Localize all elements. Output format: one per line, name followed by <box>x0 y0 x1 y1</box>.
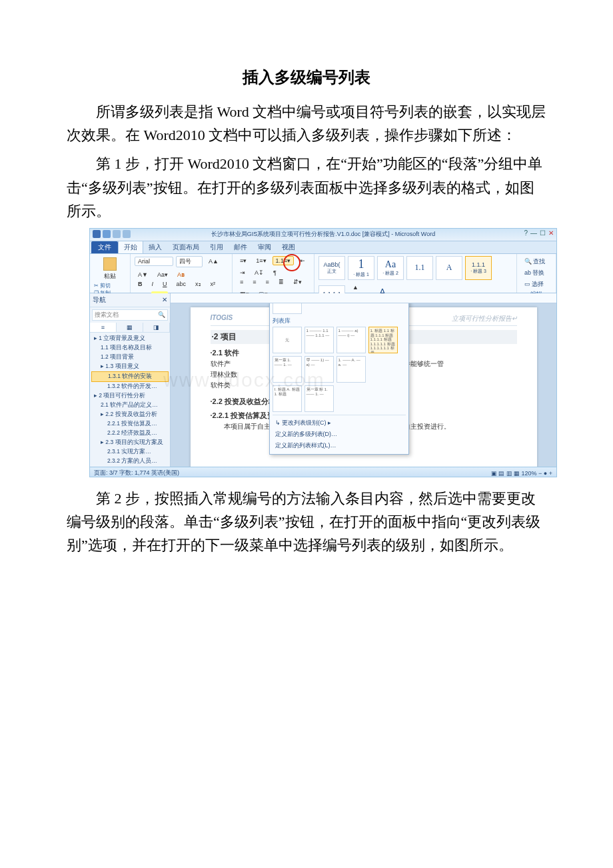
gallery-thumb-none[interactable]: 无 <box>273 327 302 353</box>
maximize-icon[interactable]: ☐ <box>540 229 546 237</box>
clear-format-icon[interactable]: Aʙ <box>174 270 188 279</box>
nav-tab-headings[interactable]: ≡ <box>90 323 117 332</box>
style-thumb[interactable]: 1· 标题 1 <box>348 256 374 280</box>
nav-tab-pages[interactable]: ▦ <box>117 323 143 332</box>
sup-button[interactable]: x² <box>207 279 219 289</box>
line-spacing-icon[interactable]: ⇵▾ <box>290 277 305 287</box>
cut-button[interactable]: ✂ 剪切 <box>94 282 126 289</box>
nav-close-icon[interactable]: ✕ <box>162 296 167 303</box>
align-left-icon[interactable]: ≡ <box>237 277 247 287</box>
nav-outline-item[interactable]: 1.3.1 软件的安装 <box>91 371 169 382</box>
navigation-pane: 导航 ✕ 搜索文档🔍 ≡ ▦ ◨ ▸ 1 立项背景及意义 1.1 项目名称及目标… <box>90 293 171 467</box>
minimize-icon[interactable]: — <box>530 229 537 237</box>
italic-button[interactable]: I <box>149 279 157 289</box>
nav-outline-item[interactable]: 1.3.2 软件的开发… <box>91 382 169 391</box>
ribbon-tab-layout[interactable]: 页面布局 <box>167 241 205 253</box>
bold-button[interactable]: B <box>135 279 146 289</box>
nav-tab-results[interactable]: ◨ <box>143 323 170 332</box>
file-tab[interactable]: 文件 <box>91 241 118 253</box>
window-titlebar: 长沙市林业局GIS系统项目立项可行性分析报告.V1.0.doc [兼容模式] -… <box>90 229 556 241</box>
document-page[interactable]: ITOGIS 立项可行性分析报告↵ ·2 项目 ·2.1 软件 软件产克〕是展示… <box>191 307 537 467</box>
nav-outline-item[interactable]: 2.3.1 实现方案… <box>91 447 169 457</box>
gallery-thumb-current[interactable]: 1 标题 1.1 标题 1.1.1 标题 <box>273 303 302 314</box>
change-case-icon[interactable]: Aa▾ <box>154 270 171 279</box>
decrease-indent-icon[interactable]: ⇤ <box>297 256 308 265</box>
show-marks-icon[interactable]: ¶ <box>270 268 280 277</box>
ribbon-tab-mail[interactable]: 邮件 <box>229 241 253 253</box>
word-app-icon[interactable] <box>93 230 101 238</box>
gallery-thumb[interactable]: 1 ——— a) —— i) — <box>336 327 366 353</box>
ribbon-tab-ref[interactable]: 引用 <box>205 241 229 253</box>
nav-outline-item[interactable]: 2.2.2 经济效益及… <box>91 429 169 438</box>
save-icon[interactable] <box>103 230 111 238</box>
style-thumb[interactable]: 1.1 <box>406 256 433 280</box>
styles-scroll-icon[interactable]: ▲ <box>349 283 362 292</box>
ribbon-tab-home[interactable]: 开始 <box>118 241 143 253</box>
doc-header-right: 立项可行性分析报告↵ <box>452 314 517 323</box>
bullets-button[interactable]: ≡▾ <box>237 256 250 265</box>
help-icon[interactable]: ? <box>524 229 528 237</box>
strike-button[interactable]: abc <box>173 279 190 289</box>
nav-outline-list[interactable]: ▸ 1 立项背景及意义 1.1 项目名称及目标 1.2 项目背景▸ 1.3 项目… <box>90 333 170 467</box>
align-right-icon[interactable]: ≡ <box>263 277 273 287</box>
nav-outline-item[interactable]: ▸ 2.2 投资及收益分析 <box>91 410 169 419</box>
gallery-thumb[interactable]: 第一章 1. —— 1. — <box>273 356 302 383</box>
style-thumb[interactable]: AaBb(正文 <box>318 256 345 280</box>
sort-icon[interactable]: A↧ <box>251 268 267 277</box>
search-icon: 🔍 <box>158 311 165 318</box>
style-thumb[interactable]: A <box>436 256 462 280</box>
gallery-thumb[interactable]: I. 标题 A. 标题 1. 标题 <box>273 385 302 412</box>
redo-icon[interactable] <box>123 230 131 238</box>
document-area: ITOGIS 立项可行性分析报告↵ ·2 项目 ·2.1 软件 软件产克〕是展示… <box>171 293 556 467</box>
horizontal-ruler[interactable] <box>171 293 556 303</box>
numbering-button[interactable]: 1≡▾ <box>253 256 269 265</box>
nav-outline-item[interactable]: 2.3.2 方案的人员… <box>91 457 169 466</box>
gallery-label-library: 列表库 <box>273 317 406 325</box>
gallery-define-new-style[interactable]: 定义新的列表样式(L)… <box>273 440 406 451</box>
font-name-combo[interactable]: Arial <box>135 257 173 266</box>
undo-icon[interactable] <box>113 230 121 238</box>
nav-outline-item[interactable]: 1.1 项目名称及目标 <box>91 343 169 353</box>
align-center-icon[interactable]: ≡ <box>249 277 259 287</box>
multilevel-list-gallery[interactable]: 当前列表 1 标题 1.1 标题 1.1.1 标题 列表库 无 1 ——— 1.… <box>269 303 409 455</box>
nav-outline-item[interactable]: ▸ 2.3 项目的实现方案及 <box>91 438 169 447</box>
select-button[interactable]: ▭ 选择 <box>521 279 547 290</box>
grow-font-icon[interactable]: A▲ <box>205 257 222 266</box>
style-thumb[interactable]: 1.1.1· 标题 3 <box>465 256 492 280</box>
style-thumb[interactable]: Aa· 标题 2 <box>377 256 404 280</box>
increase-indent-icon[interactable]: ⇥ <box>237 268 249 277</box>
nav-outline-item[interactable]: ▸ 1 立项背景及意义 <box>91 334 169 343</box>
gallery-change-level[interactable]: ↳ 更改列表级别(C) ▸ <box>273 417 406 429</box>
nav-outline-item[interactable]: 2.2.1 投资估算及… <box>91 419 169 429</box>
doc-title: 插入多级编号列表 <box>67 67 546 88</box>
font-size-combo[interactable]: 四号 <box>176 256 203 267</box>
nav-outline-item[interactable]: ▸ 2 项目可行性分析 <box>91 391 169 401</box>
ribbon-tab-view[interactable]: 视图 <box>277 241 301 253</box>
nav-outline-item[interactable]: 2.1 软件产品的定义… <box>91 401 169 410</box>
gallery-thumb[interactable]: 第一章 标 1. —— 1. — <box>305 385 334 412</box>
sub-button[interactable]: x₂ <box>192 279 205 289</box>
nav-search-input[interactable]: 搜索文档🔍 <box>92 309 168 321</box>
ribbon-tab-insert[interactable]: 插入 <box>143 241 167 253</box>
shrink-font-icon[interactable]: A▼ <box>135 270 151 279</box>
status-right[interactable]: ▣ ▤ ▥ ▦ 120% − ● + <box>491 470 552 477</box>
underline-button[interactable]: U <box>159 279 171 289</box>
gallery-thumb-hovered[interactable]: 1. 标题 1.1 标题 1.1.1 标题 1.1.1.1 标题 1.1.1.1… <box>368 327 398 353</box>
step2-paragraph: 第 2 步，按照插入常规编号的方法输入条目内容，然后选中需要更改编号级别的段落。… <box>67 487 546 557</box>
nav-outline-item[interactable]: ▸ 1.3 项目意义 <box>91 362 169 371</box>
ribbon: 粘贴 ✂ 剪切 ❐ 复制 ✎ 格式刷 剪贴板 Arial 四号 A▲ A▼ Aa… <box>90 254 556 293</box>
nav-outline-item[interactable]: 1.2 项目背景 <box>91 353 169 362</box>
paste-button[interactable]: 粘贴 <box>100 256 120 282</box>
replace-button[interactable]: ab 替换 <box>521 267 548 279</box>
close-icon[interactable]: ✕ <box>548 229 554 237</box>
group-paragraph: ≡▾ 1≡▾ 1.1≡▾ ⇤ ⇥ A↧ ¶ ≡ ≡ ≡ ≣ ⇵▾ ▦▾ ▢▾ <box>233 254 314 293</box>
gallery-thumb[interactable]: 甲 —— 1) — a) — <box>305 356 334 383</box>
find-button[interactable]: 🔍 查找 <box>521 256 548 267</box>
ribbon-tab-review[interactable]: 审阅 <box>253 241 277 253</box>
multilevel-list-button[interactable]: 1.1≡▾ <box>273 256 295 265</box>
gallery-thumb[interactable]: 1. —— A. — a. — <box>336 356 366 383</box>
align-justify-icon[interactable]: ≣ <box>275 277 287 287</box>
nav-outline-item[interactable]: 2.4 风险分析 <box>91 466 169 467</box>
gallery-thumb[interactable]: 1 ——— 1.1 —— 1.1.1 — <box>305 327 334 353</box>
gallery-define-new-list[interactable]: 定义新的多级列表(D)… <box>273 429 406 440</box>
